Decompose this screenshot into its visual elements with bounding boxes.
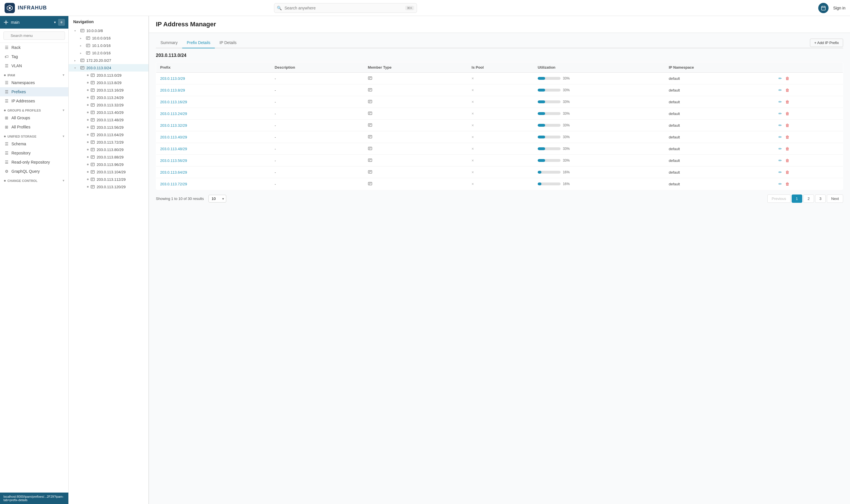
sidebar-item-tag[interactable]: 🏷 Tag [0,52,68,61]
tree-item[interactable]: 203.0.113.120/29 [69,183,148,191]
delete-button[interactable]: 🗑 [784,111,791,116]
tree-item[interactable]: ▾203.0.113.0/24 [69,64,148,72]
sidebar-item-vlan[interactable]: ☰ VLAN [0,61,68,70]
sidebar-item-all-groups[interactable]: ⊞ All Groups [0,113,68,122]
sidebar-search-input[interactable] [3,32,65,40]
sidebar-item-repository[interactable]: ☰ Repository [0,148,68,158]
all-groups-icon: ⊞ [4,115,9,120]
tree-item[interactable]: 203.0.113.80/29 [69,146,148,153]
branch-label: main [11,20,52,24]
delete-button[interactable]: 🗑 [784,87,791,93]
delete-button[interactable]: 🗑 [784,75,791,81]
tree-item[interactable]: 203.0.113.72/29 [69,139,148,146]
prev-button[interactable]: Previous [767,195,791,203]
delete-button[interactable]: 🗑 [784,134,791,140]
delete-button[interactable]: 🗑 [784,158,791,163]
delete-button[interactable]: 🗑 [784,99,791,105]
sidebar-item-rack[interactable]: ☰ Rack [0,43,68,52]
tab-ip-details[interactable]: IP Details [215,37,241,48]
tree-item[interactable]: 203.0.113.88/29 [69,153,148,161]
edit-button[interactable]: ✏ [777,146,783,151]
expand-icon: ▸ [80,44,84,47]
edit-button[interactable]: ✏ [777,181,783,187]
cell-is-pool: × [468,143,534,155]
delete-button[interactable]: 🗑 [784,181,791,187]
edit-button[interactable]: ✏ [777,158,783,163]
sidebar-item-namespaces[interactable]: ☰ Namespaces [0,78,68,87]
sidebar-item-all-profiles[interactable]: ⊞ All Profiles [0,122,68,131]
table-row: 203.0.113.48/29 - × 33% default ✏ 🗑 [156,143,843,155]
cell-is-pool: × [468,178,534,190]
svg-rect-37 [91,104,95,106]
edit-button[interactable]: ✏ [777,87,783,93]
tab-summary[interactable]: Summary [156,37,182,48]
svg-rect-25 [91,74,95,77]
edit-button[interactable]: ✏ [777,134,783,140]
cell-is-pool: × [468,96,534,108]
per-page-select[interactable]: 102550100 [209,195,226,202]
cell-actions: ✏ 🗑 [773,84,843,96]
ipam-collapse-icon[interactable]: ▾ [62,73,64,77]
delete-button[interactable]: 🗑 [784,169,791,175]
tree-item[interactable]: 203.0.113.64/29 [69,131,148,139]
branch-selector[interactable]: main ▾ + [0,16,68,29]
branch-add-button[interactable]: + [58,19,65,26]
tree-item[interactable]: ▸172.20.20.0/27 [69,57,148,64]
add-prefix-button[interactable]: + Add IP Prefix [810,39,843,47]
edit-button[interactable]: ✏ [777,122,783,128]
tree-item[interactable]: 203.0.113.40/29 [69,109,148,116]
tree-item[interactable]: 203.0.113.48/29 [69,116,148,124]
member-type-icon [368,99,373,104]
edit-button[interactable]: ✏ [777,169,783,175]
sidebar-item-readonly-repo[interactable]: ☰ Read-only Repository [0,158,68,167]
page-button-1[interactable]: 1 [792,195,802,203]
edit-button[interactable]: ✏ [777,99,783,105]
sign-in-button[interactable]: Sign in [833,6,846,10]
tree-item[interactable]: 203.0.113.24/29 [69,94,148,101]
cell-member-type [364,73,468,84]
tree-item[interactable]: 203.0.113.112/29 [69,176,148,183]
namespaces-icon: ☰ [4,80,9,85]
change-control-collapse-icon[interactable]: ▾ [62,179,64,182]
edit-button[interactable]: ✏ [777,75,783,81]
page-button-2[interactable]: 2 [803,195,814,203]
tree-item[interactable]: 203.0.113.104/29 [69,168,148,176]
tree-item[interactable]: 203.0.113.16/29 [69,86,148,94]
delete-button[interactable]: 🗑 [784,146,791,151]
tab-prefix-details[interactable]: Prefix Details [182,37,215,48]
tree-item[interactable]: ▸10.2.0.0/16 [69,49,148,57]
tree-item-label: 203.0.113.96/29 [97,162,124,167]
tree-item-label: 203.0.113.8/29 [97,81,122,85]
tree-item-label: 203.0.113.0/24 [86,66,111,70]
svg-rect-46 [91,126,95,129]
sidebar-item-graphql[interactable]: ⚙ GraphQL Query [0,167,68,176]
next-button[interactable]: Next [827,195,843,203]
page-button-3[interactable]: 3 [815,195,826,203]
calendar-button[interactable] [818,3,829,13]
search-input[interactable] [274,3,417,13]
bullet-icon [87,141,89,143]
tree-item[interactable]: 203.0.113.32/29 [69,101,148,109]
tree-item-label: 203.0.113.104/29 [97,170,126,174]
tree-item-label: 10.0.0.0/8 [86,29,103,33]
sidebar-item-prefixes[interactable]: ☰ Prefixes [0,87,68,96]
groups-section-header: Groups & Profiles ▾ [0,106,68,113]
tree-item[interactable]: ▾10.0.0.0/8 [69,27,148,34]
svg-rect-67 [91,178,95,181]
bullet-icon [87,119,89,121]
tree-item[interactable]: 203.0.113.0/29 [69,72,148,79]
tree-item[interactable]: ▸10.0.0.0/16 [69,34,148,42]
edit-button[interactable]: ✏ [777,111,783,116]
delete-button[interactable]: 🗑 [784,122,791,128]
tree-item[interactable]: ▸10.1.0.0/16 [69,42,148,49]
unified-storage-collapse-icon[interactable]: ▾ [62,134,64,138]
tree-item[interactable]: 203.0.113.8/29 [69,79,148,86]
sidebar-item-ip-addresses[interactable]: ☰ IP Addresses [0,96,68,106]
tree-item[interactable]: 203.0.113.56/29 [69,124,148,131]
table-row: 203.0.113.24/29 - × 33% default ✏ 🗑 [156,108,843,120]
sidebar-item-schema[interactable]: ☰ Schema [0,139,68,148]
member-type-icon [368,146,373,151]
groups-collapse-icon[interactable]: ▾ [62,108,64,112]
tree-item[interactable]: 203.0.113.96/29 [69,161,148,168]
prefix-icon [86,36,90,40]
